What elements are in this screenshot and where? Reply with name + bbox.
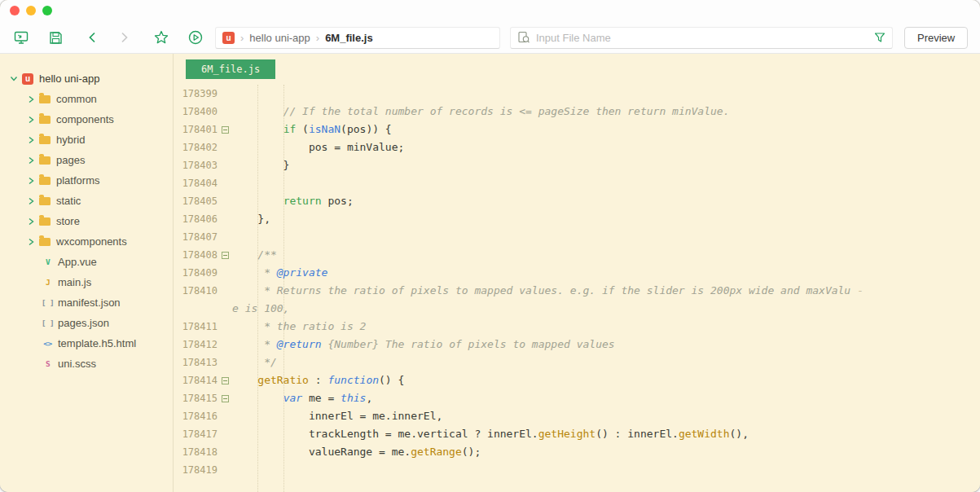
code-line-178400[interactable]: 178400 // If the total number of records… — [174, 103, 980, 121]
minimize-window-button[interactable] — [26, 6, 36, 15]
code-text: innerEl = me.innerEl, — [232, 407, 980, 425]
preview-button[interactable]: Preview — [904, 27, 968, 49]
new-project-icon[interactable] — [13, 29, 29, 46]
sidebar-file-template.h5.html[interactable]: <>template.h5.html — [0, 333, 173, 354]
breadcrumb[interactable]: u › hello uni-app › 6M_file.js — [215, 27, 500, 49]
line-number: 178409 — [174, 264, 218, 282]
sidebar-file-manifest.json[interactable]: [ ]manifest.json — [0, 292, 173, 313]
scss-file-icon: S — [41, 359, 55, 368]
code-text: * @private — [232, 264, 980, 282]
code-line-178399[interactable]: 178399 — [174, 85, 980, 103]
breadcrumb-project[interactable]: hello uni-app — [249, 32, 310, 44]
code-line-178419[interactable]: 178419 — [174, 461, 980, 479]
app-window: u › hello uni-app › 6M_file.js Preview — [0, 0, 980, 492]
code-line-178402[interactable]: 178402 pos = minValue; — [174, 138, 980, 156]
sidebar-file-main.js[interactable]: Jmain.js — [0, 272, 173, 292]
editor-pane: 6M_file.js 178399178400 // If the total … — [174, 54, 980, 492]
folder-icon — [39, 197, 51, 205]
tab-6m-file-js[interactable]: 6M_file.js — [186, 59, 275, 79]
code-text: }, — [232, 210, 980, 228]
sidebar-folder-components[interactable]: components — [0, 109, 173, 130]
code-line-178417[interactable]: 178417 trackLength = me.vertical ? inner… — [174, 425, 980, 443]
code-line-178403[interactable]: 178403 } — [174, 156, 980, 174]
code-text: if (isNaN(pos)) { — [232, 121, 980, 138]
chevron-right-icon[interactable] — [25, 197, 36, 205]
sidebar-folder-store[interactable]: store — [0, 211, 173, 231]
window-chrome: u › hello uni-app › 6M_file.js Preview — [0, 0, 980, 54]
code-line-178411[interactable]: 178411 * the ratio is 2 — [174, 318, 980, 336]
forward-icon[interactable] — [116, 29, 132, 46]
chevron-right-icon[interactable] — [25, 238, 36, 246]
chevron-right-icon[interactable] — [25, 95, 36, 103]
breadcrumb-file[interactable]: 6M_file.js — [325, 32, 373, 44]
code-text — [232, 228, 980, 246]
line-number: 178405 — [174, 192, 218, 210]
chevron-right-icon[interactable] — [25, 177, 36, 185]
sidebar-folder-wxcomponents[interactable]: wxcomponents — [0, 231, 173, 252]
sidebar-file-uni.scss[interactable]: Suni.scss — [0, 354, 173, 374]
file-search-input[interactable] — [536, 32, 868, 44]
line-number: 178401 — [174, 121, 218, 138]
run-icon[interactable] — [187, 29, 204, 46]
chevron-right-icon[interactable] — [25, 116, 36, 124]
code-line-178412[interactable]: 178412 * @return {Number} The ratio of p… — [174, 336, 980, 354]
code-text: trackLength = me.vertical ? innerEl.getH… — [232, 425, 980, 443]
vue-file-icon: V — [41, 257, 55, 266]
code-line-178416[interactable]: 178416 innerEl = me.innerEl, — [174, 407, 980, 425]
folder-icon — [39, 116, 51, 124]
code-line-178408[interactable]: 178408 /** — [174, 246, 980, 264]
line-number: 178416 — [174, 407, 218, 425]
code-line-wrap[interactable]: e is 100, — [174, 300, 980, 318]
folder-label: wxcomponents — [56, 235, 127, 248]
star-icon[interactable] — [153, 29, 169, 46]
chevron-right-icon[interactable] — [25, 156, 36, 165]
file-tree-folders: commoncomponentshybridpagesplatformsstat… — [0, 89, 173, 252]
file-label: App.vue — [58, 256, 97, 268]
main-content: u hello uni-app commoncomponentshybridpa… — [0, 54, 980, 492]
uniapp-logo: u — [22, 73, 33, 85]
code-area[interactable]: 178399178400 // If the total number of r… — [174, 79, 980, 492]
code-line-178415[interactable]: 178415 var me = this, — [174, 389, 980, 407]
fold-toggle-icon[interactable] — [222, 252, 229, 259]
chevron-down-icon[interactable] — [8, 75, 19, 82]
fold-toggle-icon[interactable] — [222, 395, 229, 402]
sidebar-folder-common[interactable]: common — [0, 89, 173, 109]
code-line-178407[interactable]: 178407 — [174, 228, 980, 246]
close-window-button[interactable] — [10, 6, 20, 15]
maximize-window-button[interactable] — [42, 6, 52, 15]
sidebar-folder-pages[interactable]: pages — [0, 150, 173, 170]
line-number: 178418 — [174, 443, 218, 461]
code-text: pos = minValue; — [232, 138, 980, 156]
code-line-178404[interactable]: 178404 — [174, 174, 980, 192]
fold-toggle-icon[interactable] — [222, 126, 229, 134]
sidebar-folder-platforms[interactable]: platforms — [0, 170, 173, 191]
folder-label: common — [56, 93, 97, 105]
filter-icon[interactable] — [874, 32, 886, 43]
sidebar-file-App.vue[interactable]: VApp.vue — [0, 252, 173, 272]
code-line-178414[interactable]: 178414 getRatio : function() { — [174, 371, 980, 389]
code-line-178410[interactable]: 178410 * Returns the ratio of pixels to … — [174, 282, 980, 300]
chevron-right-icon[interactable] — [25, 217, 36, 226]
save-icon[interactable] — [47, 29, 64, 46]
back-icon[interactable] — [85, 29, 101, 46]
code-line-178405[interactable]: 178405 return pos; — [174, 192, 980, 210]
file-label: uni.scss — [58, 358, 96, 370]
code-line-178401[interactable]: 178401 if (isNaN(pos)) { — [174, 121, 980, 138]
sidebar-file-pages.json[interactable]: [ ]pages.json — [0, 313, 173, 333]
chevron-right-icon[interactable] — [25, 136, 36, 144]
tree-root-hello-uni-app[interactable]: u hello uni-app — [0, 68, 173, 89]
search-icon — [517, 31, 530, 44]
code-text: */ — [232, 354, 980, 371]
fold-gutter — [218, 371, 232, 389]
code-line-178418[interactable]: 178418 valueRange = me.getRange(); — [174, 443, 980, 461]
line-number: 178419 — [174, 461, 218, 479]
sidebar-folder-hybrid[interactable]: hybrid — [0, 130, 173, 150]
code-text: * @return {Number} The ratio of pixels t… — [232, 336, 980, 354]
fold-gutter — [218, 354, 232, 371]
sidebar-folder-static[interactable]: static — [0, 191, 173, 211]
code-line-178406[interactable]: 178406 }, — [174, 210, 980, 228]
line-number: 178413 — [174, 354, 218, 371]
fold-toggle-icon[interactable] — [222, 377, 229, 384]
code-line-178409[interactable]: 178409 * @private — [174, 264, 980, 282]
code-line-178413[interactable]: 178413 */ — [174, 354, 980, 371]
